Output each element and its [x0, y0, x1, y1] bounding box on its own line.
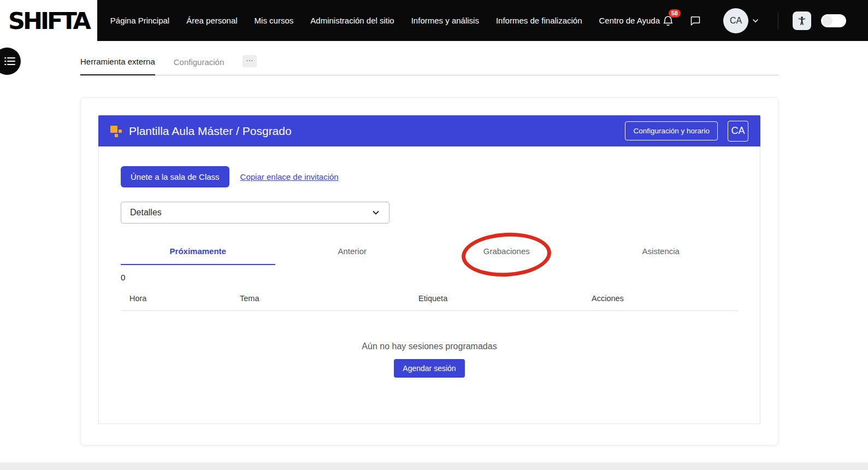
page-footer-strip [0, 462, 868, 470]
course-card: Plantilla Aula Máster / Posgrado Configu… [80, 97, 778, 445]
topbar-right: 58 CA [660, 8, 868, 33]
configuration-schedule-button[interactable]: Configuración y horario [625, 121, 718, 140]
tab-previous[interactable]: Anterior [275, 246, 430, 265]
accessibility-button[interactable] [793, 11, 811, 30]
details-dropdown[interactable]: Detalles [121, 202, 389, 224]
schedule-session-button[interactable]: Agendar sesión [394, 359, 464, 378]
tab-recordings[interactable]: Grabaciones [429, 246, 584, 265]
column-header-actions: Acciones [592, 294, 738, 303]
messages-button[interactable] [687, 13, 704, 29]
main-nav: Página Principal Área personal Mis curso… [110, 16, 660, 25]
notifications-button[interactable]: 58 [660, 13, 676, 29]
header-avatar-badge[interactable]: CA [728, 121, 748, 142]
tab-attendance[interactable]: Asistencia [584, 246, 739, 265]
chat-icon [689, 14, 702, 27]
avatar[interactable]: CA [723, 8, 748, 33]
topbar-divider [778, 13, 778, 29]
sessions-table-header: Hora Tema Etiqueta Acciones [121, 294, 738, 311]
course-card-header: Plantilla Aula Máster / Posgrado Configu… [98, 115, 760, 146]
empty-state: Aún no hay sesiones programadas Agendar … [121, 342, 738, 378]
nav-item-completion-reports[interactable]: Informes de finalización [496, 16, 582, 25]
theme-toggle-knob [823, 16, 832, 26]
user-menu-chevron-down-icon[interactable] [752, 17, 759, 25]
join-class-button[interactable]: Únete a la sala de Class [121, 166, 229, 187]
accessibility-icon [796, 15, 807, 26]
nav-item-help-center[interactable]: Centro de Ayuda [599, 16, 660, 25]
nav-item-reports-analysis[interactable]: Informes y análisis [411, 16, 479, 25]
column-header-time: Hora [129, 294, 240, 303]
sidebar-toggle-button[interactable] [0, 48, 21, 75]
chevron-down-icon [371, 208, 380, 217]
nav-item-home[interactable]: Página Principal [110, 16, 169, 25]
list-menu-icon [4, 57, 15, 66]
nav-item-site-admin[interactable]: Administración del sitio [310, 16, 394, 25]
copy-invite-link[interactable]: Copiar enlace de invitación [240, 172, 339, 181]
course-card-panel: Únete a la sala de Class Copiar enlace d… [98, 146, 760, 424]
apps-grid-icon [110, 125, 122, 137]
column-header-label: Etiqueta [418, 294, 592, 303]
page-tabs: Herramienta externa Configuración ⋯ [80, 52, 778, 75]
tab-upcoming[interactable]: Próximamente [121, 246, 275, 265]
logo[interactable]: SHIFTA [0, 0, 97, 41]
topbar: SHIFTA Página Principal Área personal Mi… [0, 0, 868, 41]
avatar-initials: CA [730, 16, 742, 26]
tab-external-tool[interactable]: Herramienta externa [80, 52, 155, 75]
nav-item-courses[interactable]: Mis cursos [255, 16, 294, 25]
theme-toggle[interactable] [821, 14, 846, 27]
session-tabs: Próximamente Anterior Grabaciones Asiste… [121, 246, 738, 265]
nav-item-dashboard[interactable]: Área personal [186, 16, 237, 25]
course-title: Plantilla Aula Máster / Posgrado [129, 125, 625, 138]
details-dropdown-label: Detalles [130, 208, 162, 218]
column-header-topic: Tema [240, 294, 418, 303]
join-row: Únete a la sala de Class Copiar enlace d… [121, 166, 738, 187]
notification-badge: 58 [669, 9, 681, 17]
sessions-count: 0 [121, 273, 738, 282]
empty-state-message: Aún no hay sesiones programadas [121, 342, 738, 351]
tab-settings[interactable]: Configuración [174, 53, 225, 75]
tabs-more-button[interactable]: ⋯ [243, 55, 257, 67]
logo-text: SHIFTA [8, 7, 89, 34]
